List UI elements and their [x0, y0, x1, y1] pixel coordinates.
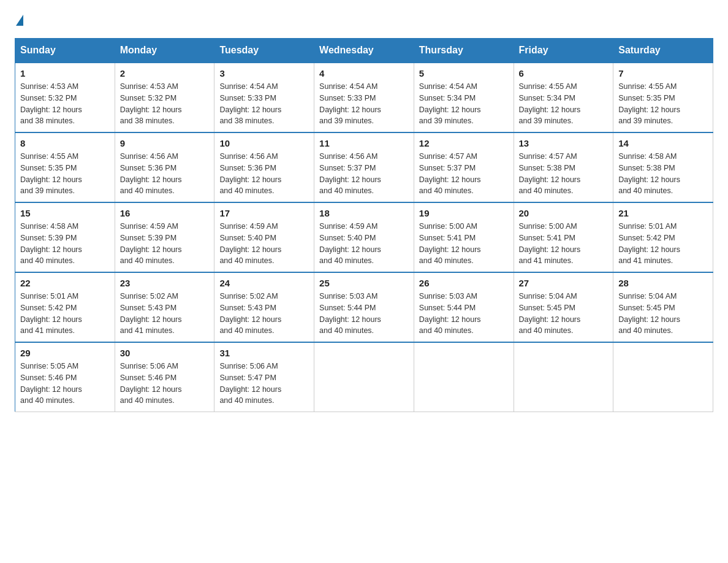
day-number: 10	[219, 138, 309, 148]
day-number: 22	[20, 278, 110, 288]
day-number: 29	[20, 348, 110, 358]
day-number: 8	[20, 138, 110, 148]
calendar-cell: 15 Sunrise: 4:58 AM Sunset: 5:39 PM Dayl…	[15, 202, 115, 272]
day-number: 24	[219, 278, 309, 288]
calendar-cell: 5 Sunrise: 4:54 AM Sunset: 5:34 PM Dayli…	[414, 63, 514, 132]
col-header-wednesday: Wednesday	[314, 39, 414, 63]
day-info: Sunrise: 4:53 AM Sunset: 5:32 PM Dayligh…	[20, 81, 110, 127]
page-header	[15, 15, 713, 26]
day-number: 31	[219, 348, 309, 358]
calendar-cell: 30 Sunrise: 5:06 AM Sunset: 5:46 PM Dayl…	[115, 342, 214, 412]
day-info: Sunrise: 5:03 AM Sunset: 5:44 PM Dayligh…	[319, 291, 409, 337]
day-info: Sunrise: 4:54 AM Sunset: 5:34 PM Dayligh…	[419, 81, 509, 127]
day-number: 12	[419, 138, 509, 148]
week-row-4: 22 Sunrise: 5:01 AM Sunset: 5:42 PM Dayl…	[15, 272, 713, 342]
calendar-cell: 12 Sunrise: 4:57 AM Sunset: 5:37 PM Dayl…	[414, 132, 514, 202]
day-info: Sunrise: 4:53 AM Sunset: 5:32 PM Dayligh…	[120, 81, 210, 127]
day-number: 18	[319, 208, 409, 218]
day-number: 15	[20, 208, 110, 218]
calendar-cell: 11 Sunrise: 4:56 AM Sunset: 5:37 PM Dayl…	[314, 132, 414, 202]
day-number: 27	[519, 278, 609, 288]
calendar-cell: 18 Sunrise: 4:59 AM Sunset: 5:40 PM Dayl…	[314, 202, 414, 272]
day-number: 9	[120, 138, 210, 148]
calendar-cell: 20 Sunrise: 5:00 AM Sunset: 5:41 PM Dayl…	[514, 202, 613, 272]
calendar-cell: 17 Sunrise: 4:59 AM Sunset: 5:40 PM Dayl…	[214, 202, 314, 272]
day-info: Sunrise: 5:06 AM Sunset: 5:46 PM Dayligh…	[120, 361, 210, 407]
calendar-cell: 14 Sunrise: 4:58 AM Sunset: 5:38 PM Dayl…	[613, 132, 713, 202]
calendar-header-row: SundayMondayTuesdayWednesdayThursdayFrid…	[15, 39, 713, 63]
day-info: Sunrise: 4:55 AM Sunset: 5:35 PM Dayligh…	[20, 151, 110, 197]
calendar-cell: 13 Sunrise: 4:57 AM Sunset: 5:38 PM Dayl…	[514, 132, 613, 202]
day-info: Sunrise: 4:54 AM Sunset: 5:33 PM Dayligh…	[319, 81, 409, 127]
calendar-cell: 25 Sunrise: 5:03 AM Sunset: 5:44 PM Dayl…	[314, 272, 414, 342]
day-number: 20	[519, 208, 609, 218]
calendar-cell: 7 Sunrise: 4:55 AM Sunset: 5:35 PM Dayli…	[613, 63, 713, 132]
day-number: 25	[319, 278, 409, 288]
day-info: Sunrise: 4:59 AM Sunset: 5:40 PM Dayligh…	[219, 221, 309, 267]
day-info: Sunrise: 4:58 AM Sunset: 5:38 PM Dayligh…	[618, 151, 708, 197]
day-info: Sunrise: 5:06 AM Sunset: 5:47 PM Dayligh…	[219, 361, 309, 407]
calendar-cell: 2 Sunrise: 4:53 AM Sunset: 5:32 PM Dayli…	[115, 63, 214, 132]
day-info: Sunrise: 4:55 AM Sunset: 5:34 PM Dayligh…	[519, 81, 609, 127]
day-info: Sunrise: 4:55 AM Sunset: 5:35 PM Dayligh…	[618, 81, 708, 127]
day-number: 23	[120, 278, 210, 288]
day-info: Sunrise: 5:05 AM Sunset: 5:46 PM Dayligh…	[20, 361, 110, 407]
col-header-monday: Monday	[115, 39, 214, 63]
day-info: Sunrise: 4:58 AM Sunset: 5:39 PM Dayligh…	[20, 221, 110, 267]
calendar-cell: 22 Sunrise: 5:01 AM Sunset: 5:42 PM Dayl…	[15, 272, 115, 342]
day-info: Sunrise: 4:56 AM Sunset: 5:36 PM Dayligh…	[219, 151, 309, 197]
calendar-cell: 3 Sunrise: 4:54 AM Sunset: 5:33 PM Dayli…	[214, 63, 314, 132]
calendar-cell: 10 Sunrise: 4:56 AM Sunset: 5:36 PM Dayl…	[214, 132, 314, 202]
day-info: Sunrise: 4:54 AM Sunset: 5:33 PM Dayligh…	[219, 81, 309, 127]
day-number: 5	[419, 68, 509, 79]
calendar-cell: 24 Sunrise: 5:02 AM Sunset: 5:43 PM Dayl…	[214, 272, 314, 342]
day-info: Sunrise: 5:01 AM Sunset: 5:42 PM Dayligh…	[618, 221, 708, 267]
calendar-cell	[514, 342, 613, 412]
day-number: 21	[618, 208, 708, 218]
calendar-cell: 28 Sunrise: 5:04 AM Sunset: 5:45 PM Dayl…	[613, 272, 713, 342]
day-number: 28	[618, 278, 708, 288]
calendar-cell: 21 Sunrise: 5:01 AM Sunset: 5:42 PM Dayl…	[613, 202, 713, 272]
day-number: 1	[20, 68, 110, 79]
col-header-friday: Friday	[514, 39, 613, 63]
day-info: Sunrise: 4:59 AM Sunset: 5:40 PM Dayligh…	[319, 221, 409, 267]
calendar-table: SundayMondayTuesdayWednesdayThursdayFrid…	[15, 38, 713, 412]
day-number: 4	[319, 68, 409, 79]
calendar-cell: 26 Sunrise: 5:03 AM Sunset: 5:44 PM Dayl…	[414, 272, 514, 342]
calendar-cell: 27 Sunrise: 5:04 AM Sunset: 5:45 PM Dayl…	[514, 272, 613, 342]
calendar-cell	[314, 342, 414, 412]
day-number: 11	[319, 138, 409, 148]
day-info: Sunrise: 5:01 AM Sunset: 5:42 PM Dayligh…	[20, 291, 110, 337]
col-header-saturday: Saturday	[613, 39, 713, 63]
col-header-tuesday: Tuesday	[214, 39, 314, 63]
day-number: 17	[219, 208, 309, 218]
calendar-cell: 9 Sunrise: 4:56 AM Sunset: 5:36 PM Dayli…	[115, 132, 214, 202]
day-number: 7	[618, 68, 708, 79]
day-info: Sunrise: 5:04 AM Sunset: 5:45 PM Dayligh…	[618, 291, 708, 337]
day-info: Sunrise: 4:56 AM Sunset: 5:37 PM Dayligh…	[319, 151, 409, 197]
week-row-1: 1 Sunrise: 4:53 AM Sunset: 5:32 PM Dayli…	[15, 63, 713, 132]
calendar-cell: 1 Sunrise: 4:53 AM Sunset: 5:32 PM Dayli…	[15, 63, 115, 132]
calendar-cell: 23 Sunrise: 5:02 AM Sunset: 5:43 PM Dayl…	[115, 272, 214, 342]
calendar-cell: 16 Sunrise: 4:59 AM Sunset: 5:39 PM Dayl…	[115, 202, 214, 272]
day-info: Sunrise: 4:59 AM Sunset: 5:39 PM Dayligh…	[120, 221, 210, 267]
day-info: Sunrise: 5:00 AM Sunset: 5:41 PM Dayligh…	[519, 221, 609, 267]
calendar-cell: 31 Sunrise: 5:06 AM Sunset: 5:47 PM Dayl…	[214, 342, 314, 412]
day-number: 30	[120, 348, 210, 358]
day-number: 2	[120, 68, 210, 79]
day-info: Sunrise: 5:02 AM Sunset: 5:43 PM Dayligh…	[219, 291, 309, 337]
logo-triangle-icon	[16, 15, 23, 26]
day-number: 19	[419, 208, 509, 218]
day-number: 13	[519, 138, 609, 148]
week-row-5: 29 Sunrise: 5:05 AM Sunset: 5:46 PM Dayl…	[15, 342, 713, 412]
day-info: Sunrise: 4:57 AM Sunset: 5:38 PM Dayligh…	[519, 151, 609, 197]
calendar-cell	[613, 342, 713, 412]
calendar-cell: 8 Sunrise: 4:55 AM Sunset: 5:35 PM Dayli…	[15, 132, 115, 202]
logo	[15, 15, 25, 26]
week-row-2: 8 Sunrise: 4:55 AM Sunset: 5:35 PM Dayli…	[15, 132, 713, 202]
calendar-cell: 29 Sunrise: 5:05 AM Sunset: 5:46 PM Dayl…	[15, 342, 115, 412]
day-info: Sunrise: 5:00 AM Sunset: 5:41 PM Dayligh…	[419, 221, 509, 267]
week-row-3: 15 Sunrise: 4:58 AM Sunset: 5:39 PM Dayl…	[15, 202, 713, 272]
calendar-cell: 4 Sunrise: 4:54 AM Sunset: 5:33 PM Dayli…	[314, 63, 414, 132]
day-info: Sunrise: 5:04 AM Sunset: 5:45 PM Dayligh…	[519, 291, 609, 337]
